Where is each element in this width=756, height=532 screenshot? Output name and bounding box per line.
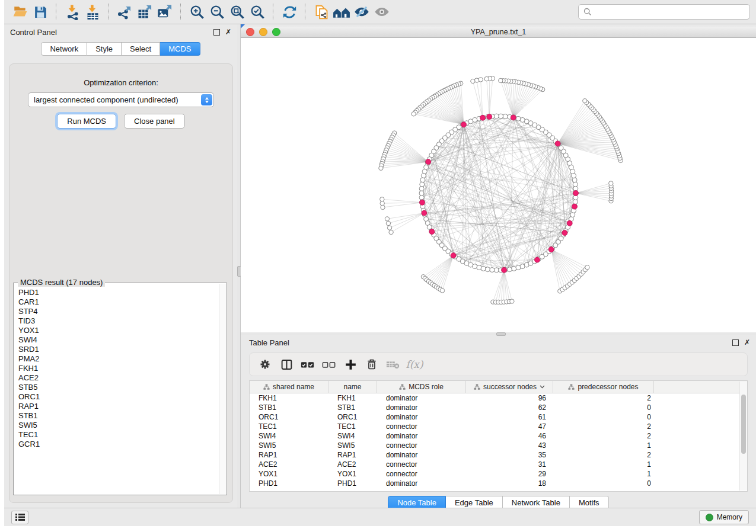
delete-column-icon[interactable]	[363, 356, 381, 373]
column-layout-icon[interactable]	[277, 356, 295, 373]
sort-desc-icon	[540, 385, 545, 389]
tab-style[interactable]: Style	[87, 42, 122, 56]
network-graph[interactable]	[241, 38, 756, 333]
mcds-result-item[interactable]: GCR1	[18, 440, 219, 449]
close-panel-icon[interactable]: ✗	[225, 28, 231, 36]
table-row[interactable]: ORC1ORC1dominator610	[250, 412, 747, 422]
horizontal-splitter[interactable]	[241, 332, 756, 335]
export-network-icon[interactable]	[116, 3, 133, 21]
zoom-fit-icon[interactable]	[228, 3, 246, 21]
import-table-icon[interactable]	[84, 3, 101, 21]
tab-select[interactable]: Select	[122, 42, 160, 56]
show-all-icon[interactable]	[373, 3, 391, 21]
list-icon	[15, 513, 25, 521]
table-row[interactable]: SWI5SWI5connector431	[250, 441, 747, 450]
mcds-result-item[interactable]: RAP1	[18, 402, 219, 411]
table-cell: SWI4	[328, 432, 377, 440]
table-cell: 0	[553, 413, 654, 421]
tab-network[interactable]: Network	[41, 42, 87, 56]
table-cell: ORC1	[250, 413, 328, 421]
refresh-view-icon[interactable]	[280, 3, 298, 21]
splitter-handle[interactable]	[496, 332, 506, 336]
zoom-out-icon[interactable]	[208, 3, 226, 21]
table-cell: 2	[553, 432, 654, 440]
export-table-icon[interactable]	[136, 3, 154, 21]
hide-selected-icon[interactable]	[353, 3, 371, 21]
table-row[interactable]: YOX1YOX1connector291	[250, 469, 747, 479]
column-header[interactable]: predecessor nodes	[553, 381, 654, 393]
toolbar-separator	[108, 4, 109, 20]
export-image-icon[interactable]	[156, 3, 174, 21]
close-panel-button[interactable]: Close panel	[124, 114, 185, 129]
mcds-result-item[interactable]: YOX1	[18, 326, 219, 335]
mcds-result-item[interactable]: ACE2	[18, 373, 219, 383]
criterion-dropdown[interactable]: largest connected component (undirected)	[28, 92, 214, 107]
table-row[interactable]: FKH1FKH1dominator962	[250, 393, 747, 403]
close-panel-icon[interactable]: ✗	[744, 339, 750, 346]
table-cell: connector	[377, 441, 466, 450]
status-bar: Memory	[4, 508, 756, 526]
network-canvas[interactable]	[241, 38, 756, 332]
search-icon	[583, 8, 592, 16]
open-file-icon[interactable]	[11, 3, 29, 21]
table-row[interactable]: ACE2ACE2connector311	[250, 460, 747, 469]
mcds-result-item[interactable]: STP4	[18, 307, 219, 316]
column-header[interactable]: MCDS role	[377, 381, 466, 393]
mcds-result-item[interactable]: ORC1	[18, 392, 219, 402]
table-row[interactable]: RAP1RAP1dominator352	[250, 450, 747, 460]
table-cell: FKH1	[328, 394, 377, 402]
table-row[interactable]: STB1STB1dominator620	[250, 403, 747, 412]
table-cell: ACE2	[328, 460, 377, 469]
memory-button[interactable]: Memory	[699, 510, 749, 524]
table-cell: SWI5	[250, 441, 328, 450]
zoom-in-icon[interactable]	[188, 3, 206, 21]
toolbar-separator	[56, 4, 57, 20]
table-cell: 1	[553, 441, 654, 450]
table-cell: RAP1	[328, 451, 377, 459]
settings-gear-icon[interactable]	[256, 356, 274, 373]
mcds-result-item[interactable]: SRD1	[18, 345, 219, 354]
select-all-checkboxes-icon[interactable]	[299, 356, 317, 373]
float-panel-icon[interactable]	[732, 339, 739, 346]
mcds-result-item[interactable]: TEC1	[18, 430, 219, 440]
scrollbar-thumb[interactable]	[741, 395, 746, 454]
mcds-result-item[interactable]: STB1	[18, 411, 219, 421]
table-row[interactable]: SWI4SWI4dominator462	[250, 431, 747, 441]
table-cell: SWI4	[250, 432, 328, 440]
table-scrollbar[interactable]	[739, 382, 747, 491]
table-row[interactable]: PHD1PHD1dominator180	[250, 479, 747, 488]
mcds-result-item[interactable]: SWI5	[18, 421, 219, 430]
search-field[interactable]	[578, 4, 750, 20]
task-history-button[interactable]	[11, 511, 28, 524]
search-input[interactable]	[595, 7, 745, 17]
memory-label: Memory	[717, 513, 742, 521]
zoom-selected-icon[interactable]	[248, 3, 266, 21]
table-cell: STB1	[250, 403, 328, 412]
column-header[interactable]: successor nodes	[466, 381, 553, 393]
mcds-list-scrollbar[interactable]	[219, 284, 226, 494]
table-cell: FKH1	[250, 394, 328, 402]
mcds-result-item[interactable]: CAR1	[18, 297, 219, 307]
duplicate-network-icon[interactable]	[312, 3, 330, 21]
mcds-result-item[interactable]: SWI4	[18, 335, 219, 345]
tab-mcds[interactable]: MCDS	[160, 42, 200, 56]
first-neighbors-icon[interactable]	[333, 3, 350, 21]
column-type-icon	[474, 384, 480, 390]
table-cell: 46	[466, 432, 553, 440]
add-column-icon[interactable]	[342, 356, 359, 373]
mcds-result-item[interactable]: STB5	[18, 383, 219, 392]
mcds-result-item[interactable]: FKH1	[18, 364, 219, 373]
column-header[interactable]: name	[328, 381, 377, 393]
run-mcds-button[interactable]: Run MCDS	[57, 114, 116, 129]
mcds-result-item[interactable]: PHD1	[18, 288, 219, 297]
column-header[interactable]: shared name	[250, 381, 328, 393]
deselect-all-checkboxes-icon[interactable]	[320, 356, 338, 373]
mcds-result-item[interactable]: TID3	[18, 316, 219, 326]
network-titlebar[interactable]: YPA_prune.txt_1	[241, 27, 756, 38]
table-row[interactable]: TEC1TEC1connector472	[250, 422, 747, 431]
mcds-result-item[interactable]: PMA2	[18, 354, 219, 364]
mcds-result-list[interactable]: PHD1CAR1STP4TID3YOX1SWI4SRD1PMA2FKH1ACE2…	[14, 288, 219, 494]
import-network-icon[interactable]	[63, 3, 81, 21]
float-panel-icon[interactable]	[213, 29, 220, 36]
save-session-icon[interactable]	[31, 3, 49, 21]
